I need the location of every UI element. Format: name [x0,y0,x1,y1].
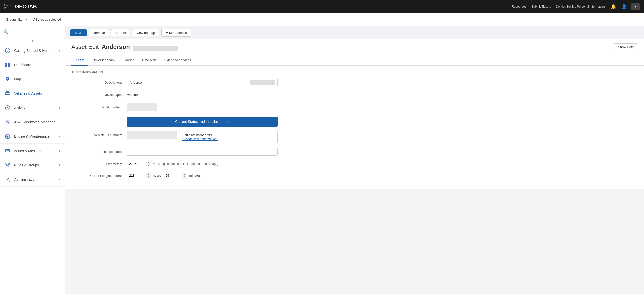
geotab-logo: GEOTAB [15,3,37,10]
sidebar-item-att-workforce[interactable]: AT&T Workforce Manager [0,115,65,129]
tab-asset[interactable]: Asset [71,55,88,66]
cancel-button[interactable]: Cancel [111,29,130,36]
svg-rect-4 [5,65,7,67]
do-not-sell-link[interactable]: Do Not Sell My Personal Information [556,5,605,8]
engine-maintenance-icon [4,133,11,140]
svg-point-8 [8,94,9,95]
sidebar-item-activity[interactable]: Activity ▼ [0,101,65,115]
view-on-map-button[interactable]: View on map [132,29,159,36]
engine-hours-increment-button[interactable]: ▲ [146,173,151,176]
vin-provide-info-link[interactable]: Provide asset information? [182,137,274,141]
vin-error-text: Could not decode VIN. [182,133,213,137]
top-nav-links: Resources Submit Tickets Do Not Sell My … [512,3,640,10]
user-profile-icon[interactable]: 👤 [620,3,628,10]
svg-rect-2 [5,63,7,65]
sidebar-item-getting-started[interactable]: ? Getting Started & Help ▼ [0,43,65,58]
status-field: Current Status and Installation Info [127,117,278,127]
device-type-value: Version 8 [127,91,278,99]
map-icon [4,76,11,83]
license-plate-label: License plate: [71,148,127,154]
tab-rate-plan[interactable]: Rate plan [138,55,160,66]
tabs-bar: Asset Driver feedback Groups Rate plan E… [65,55,644,66]
zones-messages-icon [4,147,11,154]
svg-rect-5 [8,65,10,67]
tab-groups[interactable]: Groups [119,55,138,66]
description-field [127,79,278,86]
engine-hours-input[interactable] [127,172,146,179]
action-bar: Save Remove Cancel View on map + More de… [65,26,644,39]
powered-by-text: Powered by [4,4,13,9]
save-button[interactable]: Save [70,29,87,36]
engine-hours-row: Current engine hours: ▲ ▼ hours [71,172,638,179]
sidebar-admin-chevron: ▼ [58,178,61,181]
vin-input-area: Could not decode VIN. Provide asset info… [127,131,278,143]
engine-hours-label: Current engine hours: [71,172,127,178]
sidebar-item-vehicles-assets[interactable]: Vehicles & Assets [0,86,65,101]
odometer-increment-button[interactable]: ▲ [146,161,151,164]
serial-number-row: Serial number: [71,103,638,112]
section-title: ASSET INFORMATION [71,71,638,74]
rules-groups-icon [4,162,11,169]
activity-icon [4,104,11,111]
device-type-field: Version 8 [127,91,278,99]
engine-minutes-decrement-button[interactable]: ▼ [182,176,187,179]
engine-minutes-input[interactable] [163,172,182,179]
vin-label: Vehicle ID number: [71,131,127,137]
groups-filter-label: Groups filter [6,18,24,21]
sidebar-item-dashboard[interactable]: Dashboard [0,58,65,72]
groups-filter-bar: Groups filter ▼ All groups selected [0,13,644,26]
engine-minutes-increment-button[interactable]: ▲ [182,173,187,176]
logo-area: Powered by GEOTAB [4,3,37,10]
odometer-decrement-button[interactable]: ▼ [146,164,151,167]
svg-text:?: ? [7,49,8,53]
remove-button[interactable]: Remove [89,29,109,36]
search-icon[interactable]: 🔍 [3,29,9,35]
vin-error-box: Could not decode VIN. Provide asset info… [179,131,278,143]
sidebar-engine-label: Engine & Maintenance [14,134,55,138]
sidebar-admin-label: Administration [14,177,55,181]
sidebar-item-rules-groups[interactable]: Rules & Groups ▼ [0,158,65,172]
more-details-button[interactable]: + More details [161,29,191,37]
license-plate-input[interactable] [127,148,278,156]
vehicles-assets-icon [4,90,11,97]
sidebar-activity-chevron: ▼ [58,106,61,110]
status-label-spacer [71,117,127,119]
sidebar-att-label: AT&T Workforce Manager [14,120,61,124]
serial-number-label: Serial number: [71,103,127,109]
tab-extended-services[interactable]: Extended services [160,55,195,66]
engine-hours-spinner: ▲ ▼ [127,172,151,179]
vin-input[interactable] [127,131,177,139]
svg-point-15 [7,166,8,167]
tab-driver-feedback[interactable]: Driver feedback [88,55,119,66]
resources-link[interactable]: Resources [512,5,526,8]
sidebar: 🔍 ▲ ? Getting Started & Help ▼ [0,26,65,294]
sidebar-item-zones-messages[interactable]: Zones & Messages ▼ [0,144,65,158]
show-help-button[interactable]: Show Help [614,43,638,51]
sidebar-item-administration[interactable]: Administration ▼ [0,172,65,187]
svg-point-13 [6,163,7,165]
sidebar-scroll-up[interactable]: ▲ [0,38,65,43]
submit-tickets-link[interactable]: Submit Tickets [531,5,551,8]
odometer-row: Odometer: ▲ ▼ mi (Engine odometer last r… [71,160,638,167]
att-workforce-icon [4,119,11,126]
sidebar-rules-chevron: ▼ [58,163,61,167]
more-details-plus-icon: + [166,30,168,35]
user-dropdown-button[interactable]: ▼ [631,3,640,10]
engine-minutes-unit: minutes [189,174,201,177]
odometer-spinner-buttons: ▲ ▼ [146,161,151,167]
description-input[interactable] [127,79,250,86]
sidebar-getting-started-chevron: ▼ [58,49,61,52]
odometer-input[interactable] [127,160,146,167]
status-installation-info-button[interactable]: Current Status and Installation Info [127,117,278,127]
notification-bell-icon[interactable]: 🔔 [610,3,617,10]
top-bar-icons: 🔔 👤 ▼ [610,3,640,10]
status-row: Current Status and Installation Info [71,117,638,127]
sidebar-item-engine-maintenance[interactable]: Engine & Maintenance ▼ [0,129,65,144]
page-title-sub: Anderson [102,43,130,50]
sidebar-item-map[interactable]: Map [0,72,65,86]
engine-hours-decrement-button[interactable]: ▼ [146,176,151,179]
odometer-unit: mi [153,162,156,166]
sidebar-search-area: 🔍 [0,26,65,38]
groups-filter-button[interactable]: Groups filter ▼ [3,16,30,23]
dashboard-icon [4,61,11,68]
